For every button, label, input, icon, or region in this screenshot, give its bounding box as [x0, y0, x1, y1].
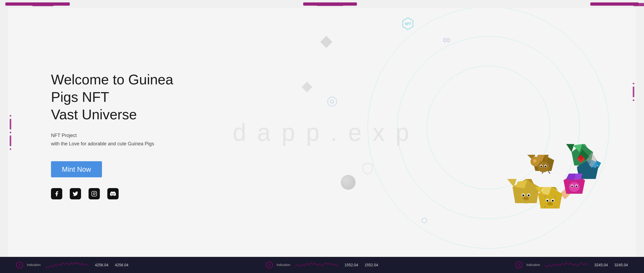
indicator-value2-1: 4256.04 [115, 263, 129, 267]
hero-heading: Welcome to Guinea Pigs NFT Vast Universe [51, 71, 196, 123]
svg-rect-0 [32, 3, 54, 6]
indicator-2: 2 Indication 1552.04 1552.04 [266, 261, 378, 269]
guinea-pigs-cluster [486, 139, 601, 241]
indicator-badge-3: 3 [515, 261, 522, 268]
svg-point-34 [533, 159, 536, 163]
indicator-3: 3 Indication 3245.04 3245.04 [515, 261, 628, 269]
svg-point-50 [522, 195, 524, 196]
svg-point-53 [524, 197, 526, 199]
svg-rect-3 [633, 3, 644, 6]
top-bar-center [303, 2, 357, 6]
sparkline-2 [295, 261, 338, 269]
svg-point-27 [571, 185, 573, 187]
discord-icon[interactable] [107, 188, 119, 199]
twitter-svg [72, 191, 78, 197]
shield-icon [362, 162, 373, 176]
discord-svg [110, 191, 116, 197]
svg-point-66 [547, 202, 553, 206]
gem-decoration-2 [302, 82, 312, 92]
indicator-badge-2: 2 [266, 261, 273, 268]
heading-line1: Welcome to Guinea Pigs NFT [51, 72, 173, 105]
heading-line2: Vast Universe [51, 107, 137, 122]
indicator-badge-1: 1 [16, 261, 23, 268]
nft-hex-icon: NFT [402, 17, 413, 31]
facebook-svg [54, 191, 60, 197]
guinea-pigs-svg [486, 139, 601, 241]
svg-rect-4 [92, 191, 97, 196]
indicator-value2-3: 3245.04 [614, 263, 628, 267]
circle-eye-icon [327, 97, 337, 106]
facebook-icon[interactable] [51, 188, 62, 199]
svg-marker-10 [566, 144, 574, 152]
top-bar-left [5, 2, 70, 6]
inner-dot [330, 100, 334, 103]
svg-point-54 [526, 197, 528, 199]
svg-rect-2 [317, 3, 343, 6]
svg-text:NFT: NFT [405, 22, 411, 26]
indicator-value1-1: 4256.04 [95, 263, 108, 267]
main-content-area: d a p p . e x p Welcome to Guinea Pigs N… [8, 8, 636, 257]
indicator-label-1: Indication [27, 263, 41, 267]
bottom-status-bar: 1 Indication 4256.04 4256.04 2 Indicatio… [0, 257, 644, 273]
arrow-icon: ⬡ [421, 216, 427, 225]
svg-point-51 [528, 195, 530, 196]
top-bar-right [590, 2, 639, 6]
svg-point-65 [552, 200, 554, 202]
indicator-label-2: Indication [277, 263, 290, 267]
twitter-icon[interactable] [70, 188, 81, 199]
indicator-value1-3: 3245.04 [594, 263, 608, 267]
indicator-value2-2: 1552.04 [365, 263, 378, 267]
gem-decoration-1 [320, 36, 332, 48]
top-decorative-bar [0, 0, 644, 8]
subtitle-line2: with the Love for adorable and cute Guin… [51, 140, 196, 148]
indicator-label-3: Indication [526, 263, 540, 267]
svg-point-24 [569, 182, 580, 192]
svg-point-64 [547, 200, 548, 202]
instagram-icon[interactable] [89, 188, 100, 199]
mint-now-button[interactable]: Mint Now [51, 161, 102, 177]
indicator-value1-2: 1552.04 [345, 263, 358, 267]
hero-left-content: Welcome to Guinea Pigs NFT Vast Universe… [8, 8, 196, 257]
sparkline-3 [545, 261, 588, 269]
svg-point-28 [576, 185, 577, 187]
sphere-decoration [341, 175, 356, 190]
svg-point-41 [545, 166, 546, 167]
instagram-svg [91, 191, 97, 197]
svg-point-52 [523, 196, 529, 200]
social-icons-row [51, 188, 196, 199]
svg-point-40 [540, 166, 542, 167]
indicator-1: 1 Indication 4256.04 4256.04 [16, 261, 129, 269]
sparkline-1 [45, 261, 88, 269]
hero-right-area: NFT ∞ ⬡ [260, 8, 636, 257]
subtitle-line1: NFT Project [51, 131, 196, 140]
hero-subtitle: NFT Project with the Love for adorable a… [51, 131, 196, 148]
svg-point-37 [537, 161, 549, 172]
